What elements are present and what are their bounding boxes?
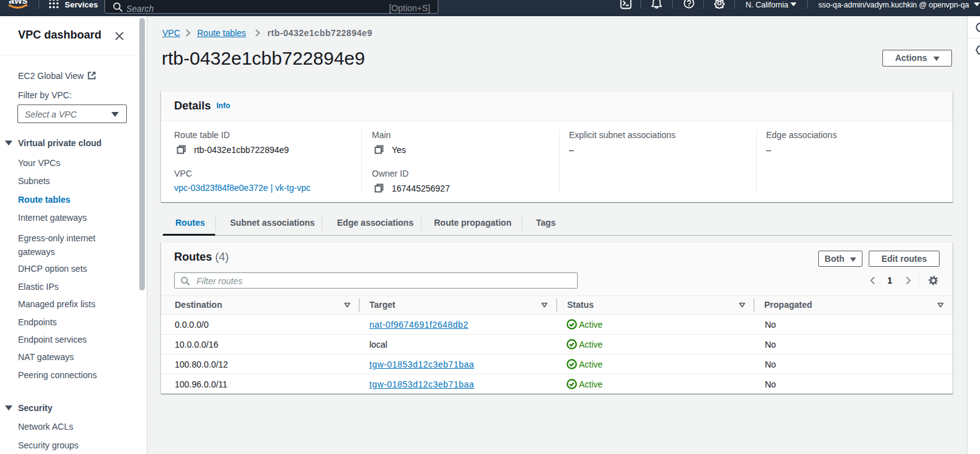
svg-text:aws: aws (9, 0, 27, 6)
